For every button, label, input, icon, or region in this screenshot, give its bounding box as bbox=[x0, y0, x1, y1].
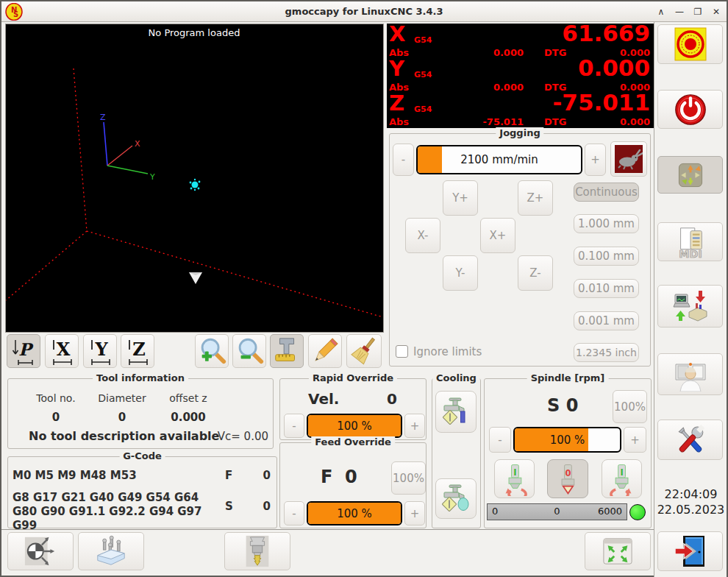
shade-button[interactable]: ∧ bbox=[655, 7, 667, 17]
tool-cone bbox=[189, 272, 202, 284]
jog-x-plus-button[interactable]: X+ bbox=[480, 218, 515, 253]
touch-plate-button[interactable] bbox=[78, 532, 144, 570]
jog-z-plus-button[interactable]: Z+ bbox=[518, 180, 553, 216]
dro-main-value: 0.000 bbox=[578, 57, 650, 79]
setup-user-button[interactable] bbox=[657, 353, 723, 395]
emergency-stop-icon bbox=[673, 27, 708, 61]
jog-speed-slider[interactable]: 2100 mm/min bbox=[416, 145, 582, 174]
clock: 22:04:09 22.05.2023 bbox=[654, 486, 727, 517]
spindle-stop-button[interactable]: 0 bbox=[547, 459, 588, 498]
feed-reset-100-button[interactable]: 100% bbox=[391, 461, 426, 495]
jog-z-minus-button[interactable]: Z- bbox=[518, 255, 553, 291]
manual-mode-button[interactable] bbox=[657, 156, 723, 194]
maximize-button[interactable]: ❐ bbox=[692, 7, 704, 17]
view-z-button[interactable]: Z bbox=[121, 334, 154, 368]
tool-change-button[interactable] bbox=[224, 532, 290, 570]
spindle-at-speed-lamp bbox=[629, 504, 646, 520]
dro-coord-system: G54 bbox=[414, 105, 432, 113]
datum-touch-off-icon bbox=[24, 534, 57, 568]
spindle-reset-100-button[interactable]: 100% bbox=[613, 390, 647, 423]
touch-off-button[interactable] bbox=[7, 532, 74, 570]
turtle-rabbit-toggle-button[interactable] bbox=[610, 141, 647, 177]
feed-plus-button[interactable]: + bbox=[404, 501, 425, 525]
diameter-value: 0 bbox=[89, 411, 155, 424]
dro-letter: Z bbox=[389, 93, 404, 114]
spindle-cw-icon: I bbox=[605, 462, 639, 496]
spindle-minus-button[interactable]: - bbox=[489, 427, 511, 453]
jog-x-minus-button[interactable]: X- bbox=[405, 218, 440, 253]
spindle-ccw-button[interactable]: I bbox=[494, 459, 535, 498]
increment-inch-button[interactable]: 1.2345 inch bbox=[574, 343, 639, 362]
rapid-minus-button[interactable]: - bbox=[284, 414, 304, 438]
zoom-in-button[interactable] bbox=[195, 334, 229, 368]
estop-button[interactable] bbox=[657, 24, 723, 64]
close-button[interactable]: ✕ bbox=[710, 7, 722, 17]
fullscreen-button[interactable] bbox=[585, 532, 651, 570]
s-label: S bbox=[225, 500, 233, 513]
feed-override-title: Feed Override bbox=[311, 436, 395, 447]
dimensions-toggle-button[interactable] bbox=[270, 334, 304, 368]
jog-y-minus-button[interactable]: Y- bbox=[443, 255, 478, 291]
dro-axis-z[interactable]: Z G54 -75.011 Abs -75.011 DTG 0.000 bbox=[387, 93, 654, 127]
draw-edit-button[interactable] bbox=[308, 334, 342, 368]
mist-coolant-button[interactable] bbox=[435, 478, 477, 519]
increment-0001mm-button[interactable]: 0.001 mm bbox=[574, 311, 639, 330]
jog-y-plus-button[interactable]: Y+ bbox=[443, 180, 478, 216]
flood-coolant-button[interactable] bbox=[435, 391, 477, 433]
dro-dtg-label: DTG bbox=[544, 117, 566, 127]
rapid-plus-button[interactable]: + bbox=[404, 414, 425, 438]
clamp-ruler-icon bbox=[271, 336, 302, 367]
exit-button[interactable] bbox=[657, 531, 723, 571]
s-value: 0 bbox=[263, 500, 271, 513]
spindle-cw-button[interactable]: I bbox=[602, 459, 642, 498]
gremlin-preview[interactable]: No Program loaded Z X Y bbox=[5, 24, 384, 333]
dro-axis-y[interactable]: Y G54 0.000 Abs 0.000 DTG 0.000 bbox=[387, 58, 654, 93]
view-perspective-button[interactable]: P bbox=[7, 334, 40, 368]
svg-text:MDI: MDI bbox=[679, 248, 702, 259]
increment-1mm-button[interactable]: 1.000 mm bbox=[574, 214, 639, 233]
dro-axis-x[interactable]: X G54 61.669 Abs 0.000 DTG 0.000 bbox=[387, 24, 654, 58]
clear-plot-button[interactable] bbox=[346, 334, 382, 368]
spindle-plus-button[interactable]: + bbox=[624, 427, 646, 453]
dro-letter: X bbox=[389, 24, 405, 45]
rapid-override-slider[interactable]: 100 % bbox=[307, 414, 402, 438]
power-icon bbox=[674, 93, 707, 127]
settings-button[interactable] bbox=[657, 420, 723, 460]
jog-speed-minus-button[interactable]: - bbox=[393, 144, 414, 176]
vc-value: Vc= 0.00 bbox=[218, 430, 268, 443]
view-x-button[interactable]: X bbox=[45, 334, 79, 368]
diameter-header: Diameter bbox=[89, 392, 155, 404]
mdi-mode-button[interactable]: MDI bbox=[657, 222, 723, 261]
feed-minus-button[interactable]: - bbox=[284, 501, 304, 525]
spindle-stop-icon: 0 bbox=[551, 462, 585, 496]
active-g-codes: G8 G17 G21 G40 G49 G54 G64 G80 G90 G91.1… bbox=[13, 491, 220, 533]
increment-01mm-button[interactable]: 0.100 mm bbox=[574, 247, 639, 266]
dro-panel[interactable]: X G54 61.669 Abs 0.000 DTG 0.000 Y G54 0… bbox=[387, 24, 654, 128]
view-y-button[interactable]: Y bbox=[83, 334, 117, 368]
mdi-icon: MDI bbox=[674, 225, 707, 259]
jog-speed-plus-button[interactable]: + bbox=[585, 144, 606, 176]
active-m-codes: M0 M5 M9 M48 M53 bbox=[13, 469, 137, 482]
auto-run-icon bbox=[673, 288, 708, 324]
minimize-button[interactable]: — bbox=[674, 7, 685, 17]
spindle-override-slider[interactable]: 100 % bbox=[513, 427, 621, 453]
rapid-override-title: Rapid Override bbox=[309, 372, 397, 383]
dro-abs-value: 0.000 bbox=[493, 48, 524, 57]
svg-text:0: 0 bbox=[565, 467, 571, 478]
perspective-p-icon: P bbox=[10, 336, 38, 366]
auto-mode-button[interactable] bbox=[657, 285, 723, 328]
zoom-out-button[interactable] bbox=[232, 334, 266, 368]
dro-abs-label: Abs bbox=[389, 117, 409, 127]
rabbit-icon bbox=[615, 145, 643, 173]
machine-on-button[interactable] bbox=[657, 90, 723, 129]
increment-continuous-button[interactable]: Continuous bbox=[574, 183, 639, 202]
spindle-speed-label: S 0 bbox=[547, 395, 578, 416]
pencil-icon bbox=[310, 336, 340, 367]
increment-001mm-button[interactable]: 0.010 mm bbox=[574, 279, 639, 298]
ignore-limits-checkbox[interactable] bbox=[396, 345, 408, 358]
svg-text:I: I bbox=[513, 467, 516, 477]
dro-dtg-label: DTG bbox=[544, 48, 566, 57]
feed-override-slider[interactable]: 100 % bbox=[307, 501, 402, 525]
dro-dtg-value: 0.000 bbox=[620, 117, 650, 127]
preview-3d-scene: No Program loaded Z X Y bbox=[6, 24, 383, 332]
